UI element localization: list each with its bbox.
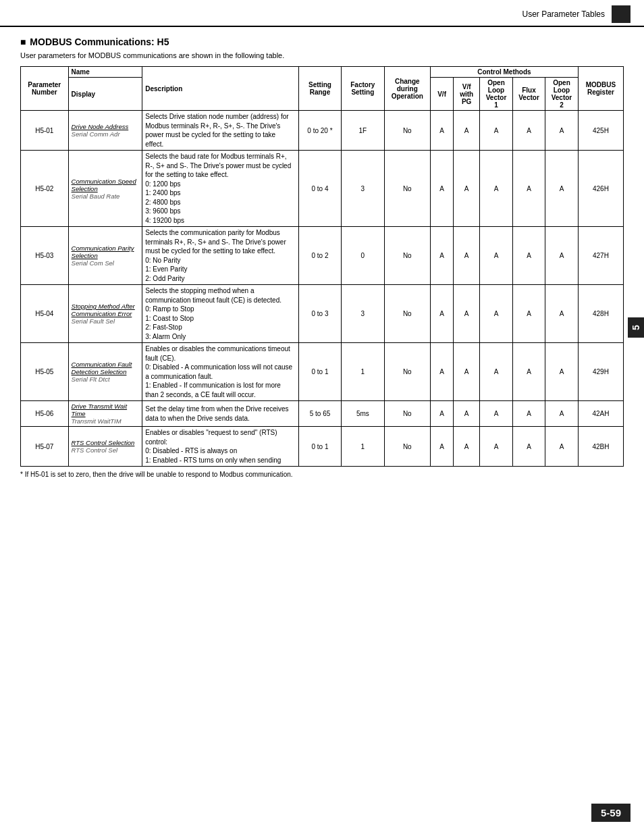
param-number: H5-05 (21, 343, 69, 401)
table-row: H5-04Stopping Method After Communication… (21, 285, 624, 343)
control-open-loop-vector-1: A (480, 227, 513, 285)
control-flux-vector: A (512, 111, 545, 151)
table-row: H5-01Drive Node AddressSerial Comm AdrSe… (21, 111, 624, 151)
factory-setting: 0 (342, 227, 384, 285)
table-row: H5-06Drive Transmit Wait TimeTransmit Wa… (21, 401, 624, 427)
control-open-loop-vector-1: A (480, 151, 513, 227)
setting-range: 0 to 3 (298, 285, 341, 343)
param-number: H5-04 (21, 285, 69, 343)
param-number: H5-07 (21, 427, 69, 467)
page-number-box: 5-59 (591, 804, 630, 822)
param-name-display: Stopping Method After Communication Erro… (68, 285, 142, 343)
modbus-register: 426H (578, 151, 623, 227)
control-vf-with-pg: A (454, 401, 480, 427)
change-during-op: No (384, 427, 431, 467)
parameter-table: ParameterNumber Name Description Setting… (20, 66, 624, 467)
control-open-loop-vector-2: A (545, 151, 579, 227)
col-modbus-register: MODBUSRegister (578, 67, 623, 111)
control-vf: A (431, 427, 454, 467)
table-row: H5-02Communication Speed SelectionSerial… (21, 151, 624, 227)
modbus-register: 428H (578, 285, 623, 343)
page-header: User Parameter Tables (0, 0, 644, 27)
control-open-loop-vector-2: A (545, 111, 579, 151)
control-flux-vector: A (512, 401, 545, 427)
col-name: Name (68, 67, 142, 78)
control-open-loop-vector-2: A (545, 285, 579, 343)
header-title: User Parameter Tables (522, 9, 606, 19)
control-open-loop-vector-2: A (545, 227, 579, 285)
modbus-register: 427H (578, 227, 623, 285)
control-open-loop-vector-1: A (480, 401, 513, 427)
table-row: H5-05Communication Fault Detection Selec… (21, 343, 624, 401)
change-during-op: No (384, 227, 431, 285)
param-name-display: Communication Fault Detection SelectionS… (68, 343, 142, 401)
param-description: Set the delay time from when the Drive r… (142, 401, 299, 427)
col-control-methods: Control Methods (431, 67, 579, 78)
section-title: MODBUS Communications: H5 (20, 36, 624, 47)
modbus-register: 42AH (578, 401, 623, 427)
control-vf-with-pg: A (454, 427, 480, 467)
change-during-op: No (384, 343, 431, 401)
control-open-loop-vector-2: A (545, 427, 579, 467)
col-description: Description (142, 67, 299, 111)
control-vf-with-pg: A (454, 285, 480, 343)
control-vf: A (431, 285, 454, 343)
col-flux: Flux Vector (512, 78, 545, 111)
setting-range: 0 to 20 * (298, 111, 341, 151)
control-vf: A (431, 227, 454, 285)
setting-range: 5 to 65 (298, 401, 341, 427)
control-open-loop-vector-2: A (545, 343, 579, 401)
param-description: Selects the stopping method when a commu… (142, 285, 299, 343)
param-number: H5-02 (21, 151, 69, 227)
col-vf: V/f (431, 78, 454, 111)
setting-range: 0 to 4 (298, 151, 341, 227)
control-open-loop-vector-1: A (480, 343, 513, 401)
param-number: H5-01 (21, 111, 69, 151)
param-name-display: RTS Control SelectionRTS Control Sel (68, 427, 142, 467)
control-vf: A (431, 111, 454, 151)
param-name-display: Communication Parity SelectionSerial Com… (68, 227, 142, 285)
param-name-display: Communication Speed SelectionSerial Baud… (68, 151, 142, 227)
col-open-loop-2: OpenLoopVector2 (545, 78, 579, 111)
control-flux-vector: A (512, 427, 545, 467)
col-factory-setting: FactorySetting (342, 67, 384, 111)
col-vf-pg: V/fwithPG (454, 78, 480, 111)
param-description: Selects Drive station node number (addre… (142, 111, 299, 151)
factory-setting: 5ms (342, 401, 384, 427)
param-name-display: Drive Transmit Wait TimeTransmit WaitTIM (68, 401, 142, 427)
control-vf-with-pg: A (454, 343, 480, 401)
factory-setting: 3 (342, 151, 384, 227)
param-description: Enables or disables "request to send" (R… (142, 427, 299, 467)
setting-range: 0 to 1 (298, 427, 341, 467)
col-display: Display (68, 78, 142, 111)
param-name-display: Drive Node AddressSerial Comm Adr (68, 111, 142, 151)
modbus-register: 42BH (578, 427, 623, 467)
table-row: H5-07RTS Control SelectionRTS Control Se… (21, 427, 624, 467)
control-open-loop-vector-1: A (480, 111, 513, 151)
col-param-number: ParameterNumber (21, 67, 69, 111)
control-open-loop-vector-1: A (480, 285, 513, 343)
control-vf-with-pg: A (454, 227, 480, 285)
setting-range: 0 to 1 (298, 343, 341, 401)
control-vf-with-pg: A (454, 111, 480, 151)
control-vf: A (431, 151, 454, 227)
change-during-op: No (384, 151, 431, 227)
factory-setting: 1 (342, 427, 384, 467)
change-during-op: No (384, 285, 431, 343)
param-description: Selects the baud rate for Modbus termina… (142, 151, 299, 227)
param-number: H5-06 (21, 401, 69, 427)
header-tab (612, 5, 630, 23)
param-description: Enables or disables the communications t… (142, 343, 299, 401)
col-open-loop-1: OpenLoopVector1 (480, 78, 513, 111)
modbus-register: 429H (578, 343, 623, 401)
control-flux-vector: A (512, 285, 545, 343)
change-during-op: No (384, 401, 431, 427)
control-vf-with-pg: A (454, 151, 480, 227)
control-open-loop-vector-2: A (545, 401, 579, 427)
control-flux-vector: A (512, 227, 545, 285)
table-row: H5-03Communication Parity SelectionSeria… (21, 227, 624, 285)
control-flux-vector: A (512, 343, 545, 401)
factory-setting: 1F (342, 111, 384, 151)
control-vf: A (431, 343, 454, 401)
factory-setting: 1 (342, 343, 384, 401)
